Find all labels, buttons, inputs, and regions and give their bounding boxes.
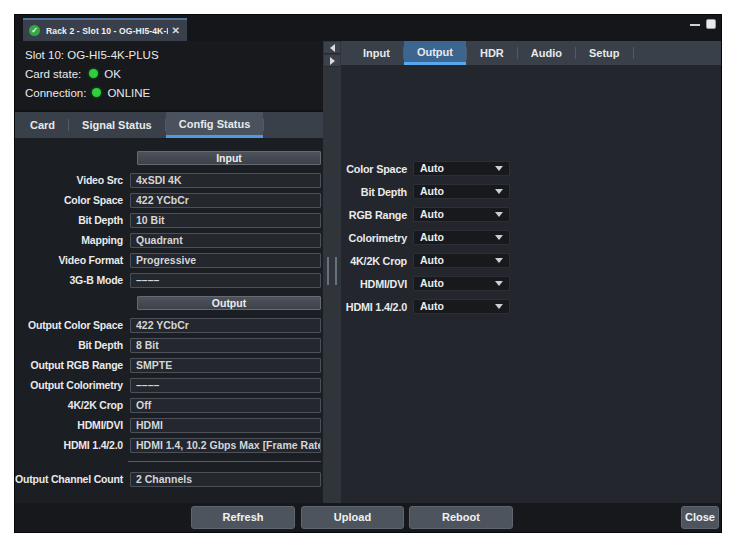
chevron-down-icon	[495, 166, 503, 171]
field-label: Video Format	[15, 254, 130, 266]
reboot-button[interactable]: Reboot	[409, 506, 513, 529]
field-label: Bit Depth	[15, 339, 130, 351]
close-button[interactable]: Close	[681, 506, 719, 529]
tab-audio[interactable]: Audio	[518, 41, 575, 65]
setting-row: HDMI/DVI Auto	[341, 272, 722, 295]
field-value: 10 Bit	[130, 213, 321, 228]
splitter-grip[interactable]	[327, 257, 337, 285]
right-panel: Input Output HDR Audio Setup Color Space…	[341, 41, 722, 503]
tab-output[interactable]: Output	[404, 41, 466, 65]
field-label: Bit Depth	[15, 214, 130, 226]
setting-label: Colorimetry	[341, 232, 413, 244]
dropdown-value: Auto	[420, 254, 444, 267]
app-window: ✓ Rack 2 - Slot 10 - OG-HI5-4K-PLUS ✕ Sl…	[14, 14, 722, 533]
field-value: 2 Channels	[130, 472, 321, 487]
config-row: Output RGB Range SMPTE	[15, 355, 323, 375]
field-label: HDMI 1.4/2.0	[15, 439, 130, 451]
upload-button[interactable]: Upload	[301, 506, 404, 529]
dropdown-value: Auto	[420, 231, 444, 244]
field-value: 8 Bit	[130, 338, 321, 353]
dropdown-value: Auto	[420, 277, 444, 290]
config-row: Color Space 422 YCbCr	[15, 190, 323, 210]
config-status-content: Input Video Src 4xSDI 4K Color Space 422…	[15, 138, 323, 489]
config-row: Mapping Quadrant	[15, 230, 323, 250]
section-divider	[128, 461, 321, 462]
config-row: Bit Depth 8 Bit	[15, 335, 323, 355]
setting-label: Color Space	[341, 163, 413, 175]
field-label: 3G-B Mode	[15, 274, 130, 286]
config-row: 3G-B Mode ––––	[15, 270, 323, 290]
setting-row: Colorimetry Auto	[341, 226, 722, 249]
footer-bar: Refresh Upload Reboot Close	[15, 503, 722, 533]
setting-row: Color Space Auto	[341, 157, 722, 180]
config-row: Output Colorimetry ––––	[15, 375, 323, 395]
field-value: Off	[130, 398, 321, 413]
maximize-button[interactable]	[706, 19, 716, 29]
setting-row: RGB Range Auto	[341, 203, 722, 226]
hdmi-dvi-dropdown[interactable]: Auto	[413, 276, 510, 291]
config-row: Bit Depth 10 Bit	[15, 210, 323, 230]
tab-config-status[interactable]: Config Status	[166, 112, 264, 138]
window-tab[interactable]: ✓ Rack 2 - Slot 10 - OG-HI5-4K-PLUS ✕	[23, 18, 187, 41]
card-info-panel: Slot 10: OG-HI5-4K-PLUS Card state: OK C…	[15, 41, 323, 112]
arrow-left-icon	[330, 44, 335, 52]
collapse-right-button[interactable]	[324, 55, 340, 67]
card-state-value: OK	[104, 68, 121, 80]
chevron-down-icon	[495, 304, 503, 309]
slot-title: Slot 10: OG-HI5-4K-PLUS	[25, 45, 323, 64]
field-label: Output Color Space	[15, 319, 130, 331]
connection-label: Connection:	[25, 87, 86, 99]
rgb-range-dropdown[interactable]: Auto	[413, 207, 510, 222]
chevron-down-icon	[495, 281, 503, 286]
main-body: Slot 10: OG-HI5-4K-PLUS Card state: OK C…	[15, 41, 722, 503]
tab-hdr[interactable]: HDR	[467, 41, 517, 65]
refresh-button[interactable]: Refresh	[191, 506, 295, 529]
setting-row: Bit Depth Auto	[341, 180, 722, 203]
card-state-line: Card state: OK	[25, 64, 323, 83]
tab-input[interactable]: Input	[350, 41, 403, 65]
connection-line: Connection: ONLINE	[25, 83, 323, 102]
slot-title-text: Slot 10: OG-HI5-4K-PLUS	[25, 49, 159, 61]
title-bar: ✓ Rack 2 - Slot 10 - OG-HI5-4K-PLUS ✕	[15, 15, 721, 41]
card-state-led	[89, 69, 98, 78]
panel-splitter[interactable]	[323, 41, 341, 503]
setting-label: RGB Range	[341, 209, 413, 221]
tab-setup[interactable]: Setup	[576, 41, 633, 65]
minimize-button[interactable]	[690, 24, 700, 26]
card-state-label: Card state:	[25, 68, 81, 80]
connection-led	[92, 88, 101, 97]
tab-signal-status[interactable]: Signal Status	[69, 112, 165, 138]
field-value: HDMI 1.4, 10.2 Gbps Max [Frame Rate]	[130, 438, 321, 453]
field-label: Output Colorimetry	[15, 379, 130, 391]
field-value: Progressive	[130, 253, 321, 268]
output-settings: Color Space Auto Bit Depth Auto RGB Rang…	[341, 65, 722, 318]
setting-row: 4K/2K Crop Auto	[341, 249, 722, 272]
chevron-down-icon	[495, 212, 503, 217]
dropdown-value: Auto	[420, 208, 444, 221]
bit-depth-dropdown[interactable]: Auto	[413, 184, 510, 199]
chevron-down-icon	[495, 258, 503, 263]
field-value: Quadrant	[130, 233, 321, 248]
tab-separator	[263, 119, 264, 131]
status-check-icon: ✓	[29, 25, 40, 36]
chevron-down-icon	[495, 235, 503, 240]
hdmi-version-dropdown[interactable]: Auto	[413, 299, 510, 314]
collapse-left-button[interactable]	[324, 42, 340, 54]
connection-value: ONLINE	[107, 87, 150, 99]
config-row: Output Color Space 422 YCbCr	[15, 315, 323, 335]
crop-dropdown[interactable]: Auto	[413, 253, 510, 268]
config-row: Video Src 4xSDI 4K	[15, 170, 323, 190]
dropdown-value: Auto	[420, 300, 444, 313]
field-value: 4xSDI 4K	[130, 173, 321, 188]
setting-label: HDMI 1.4/2.0	[341, 301, 413, 313]
color-space-dropdown[interactable]: Auto	[413, 161, 510, 176]
tab-card[interactable]: Card	[17, 112, 68, 138]
setting-row: HDMI 1.4/2.0 Auto	[341, 295, 722, 318]
output-section-header: Output	[137, 296, 321, 310]
tab-close-icon[interactable]: ✕	[172, 25, 180, 36]
config-row: Video Format Progressive	[15, 250, 323, 270]
field-label: HDMI/DVI	[15, 419, 130, 431]
colorimetry-dropdown[interactable]: Auto	[413, 230, 510, 245]
window-tab-title: Rack 2 - Slot 10 - OG-HI5-4K-PLUS	[46, 26, 168, 36]
field-label: 4K/2K Crop	[15, 399, 130, 411]
